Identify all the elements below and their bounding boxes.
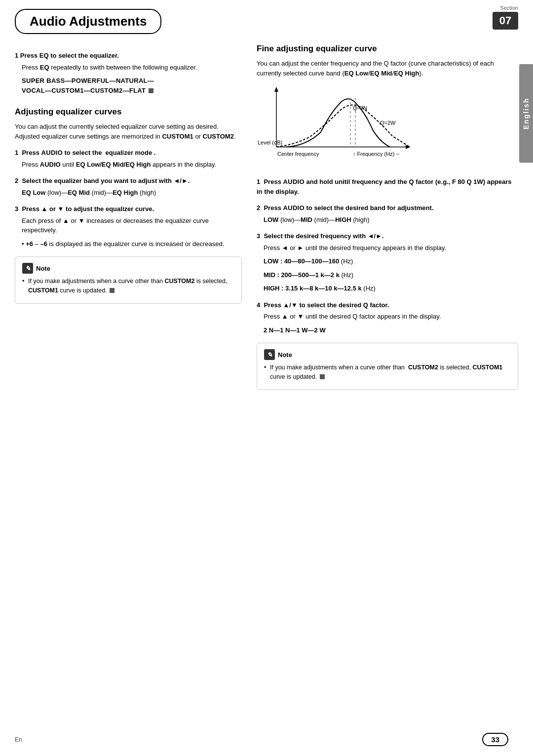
step1-heading: 1 Press EQ to select the equalizer. [15,51,242,61]
step-a1-heading: 1 Press AUDIO to select the equalizer mo… [15,148,242,158]
footer-en-label: En [15,736,22,743]
fine-step3-body: Press ◄ or ► until the desired frequency… [257,243,518,293]
eq-diagram-svg: Level (dB) Q=2N Q=2W Center frequency ↑ … [257,83,415,167]
right-updated-icon [320,374,325,379]
step1-body: Press EQ repeatedly to swith between the… [15,63,242,72]
page-title: Audio Adjustments [30,14,147,29]
flat-icon [149,88,153,93]
right-column: Fine adjusting equalizer curve You can a… [257,44,518,395]
step-a3-body1: Each press of ▲ or ▼ increases or decrea… [22,216,242,235]
fine-step2-chain: LOW (low)—MID (mid)—HIGH (high) [257,215,518,225]
title-box: Audio Adjustments [15,9,161,34]
left-column: 1 Press EQ to select the equalizer. Pres… [15,44,242,395]
step-a3-heading: 3 Press ▲ or ▼ to adjust the equalizer c… [15,204,242,214]
fine-step3-instruction: Press ◄ or ► until the desired frequency… [264,243,518,253]
step-a1-body: Press AUDIO until EQ Low/EQ Mid/EQ High … [15,160,242,170]
page-header: Audio Adjustments Section 07 [0,0,533,34]
left-note-bullet: If you make adjustments when a curve oth… [22,277,234,295]
fine-step3-mid: MID : 200—500—1 k—2 k (Hz) [264,270,518,280]
fine-step4-instruction: Press ▲ or ▼ until the desired Q factor … [264,312,518,322]
svg-text:Q=2W: Q=2W [380,120,396,126]
step-a2-chain: EQ Low (low)—EQ Mid (mid)—EQ High (high) [15,188,242,198]
fine-section-title: Fine adjusting equalizer curve [257,44,518,54]
fine-step3-heading: 3 Select the desired frequency with ◄/►. [257,231,518,241]
fine-body: You can adjust the center frequency and … [257,59,518,78]
svg-text:Level (dB): Level (dB) [258,140,282,145]
footer-page-number: 33 [482,733,508,746]
right-note-label: Note [278,351,292,359]
content-area: 1 Press EQ to select the equalizer. Pres… [0,34,533,395]
language-label: English [522,98,530,130]
step1-heading-text: 1 Press EQ to select the equalizer. [15,51,119,61]
svg-marker-2 [274,87,278,92]
note-label: Note [36,265,50,272]
language-sidebar: English [519,64,533,163]
page-container: Audio Adjustments Section 07 English 1 P… [0,0,533,756]
fine-step4-body: Press ▲ or ▼ until the desired Q factor … [257,312,518,335]
step-a3-body: Each press of ▲ or ▼ increases or decrea… [15,216,242,249]
right-note-title: ✎ Note [264,349,511,360]
fine-step3-high: HIGH : 3.15 k—8 k—10 k—12.5 k (Hz) [264,284,518,293]
fine-step4-heading: 4 Press ▲/▼ to select the desired Q fact… [257,300,518,310]
right-note-bullet: If you make adjustments when a curve oth… [264,363,511,382]
eq-diagram: Level (dB) Q=2N Q=2W Center frequency ↑ … [257,83,518,168]
svg-text:Q=2N: Q=2N [353,105,367,111]
section-label: Section [500,5,518,11]
step1-chain-block: SUPER BASS—POWERFUL—NATURAL—VOCAL—CUSTOM… [15,76,242,95]
right-note-box: ✎ Note If you make adjustments when a cu… [257,343,518,390]
left-note-box: ✎ Note If you make adjustments when a cu… [15,256,242,304]
section-number: 07 [493,12,518,30]
right-note-icon: ✎ [264,349,275,360]
page-footer: En 33 [15,733,508,746]
section-badge-area: Section 07 [493,5,518,30]
adjusting-body: You can adjust the currently selected eq… [15,122,242,141]
left-note-title: ✎ Note [22,263,234,274]
fine-step4-chain: 2 N—1 N—1 W—2 W [264,325,518,335]
svg-text:↑  Frequency (Hz)→: ↑ Frequency (Hz)→ [353,151,400,157]
eq-chain: SUPER BASS—POWERFUL—NATURAL—VOCAL—CUSTOM… [22,77,154,94]
right-note-content: If you make adjustments when a curve oth… [264,363,511,382]
fine-step1-heading: 1 Press AUDIO and hold unitil frequency … [257,177,518,196]
updated-icon [110,288,114,293]
fine-step2-heading: 2 Press AUDIO to select the desired band… [257,203,518,213]
svg-text:Center frequency: Center frequency [277,151,319,157]
fine-step3-low: LOW : 40—80—100—160 (Hz) [264,256,518,266]
note-icon: ✎ [22,263,33,274]
adjusting-section-title: Adjusting equalizer curves [15,107,242,117]
step-a2-heading: 2 Select the equalizer band you want to … [15,176,242,186]
left-note-content: If you make adjustments when a curve oth… [22,277,234,295]
step-a3-body2: • +6 – –6 is displayed as the equalizer … [22,239,242,249]
